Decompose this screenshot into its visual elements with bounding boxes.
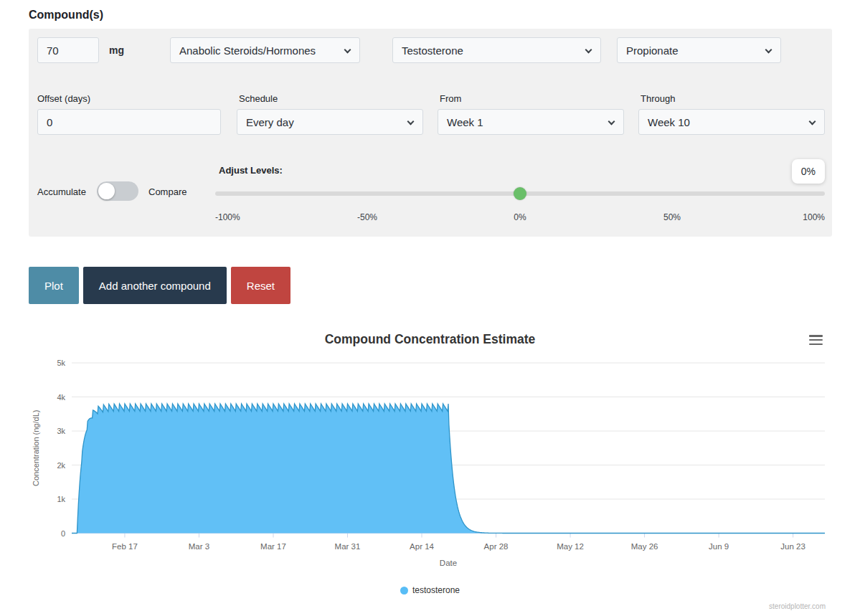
svg-text:2k: 2k [57, 461, 65, 470]
svg-text:Jun 23: Jun 23 [780, 542, 805, 551]
chevron-down-icon [585, 47, 592, 54]
reset-button[interactable]: Reset [231, 267, 290, 304]
accumulate-compare-toggle[interactable] [97, 181, 138, 201]
category-select-value: Anabolic Steroids/Hormones [179, 44, 316, 57]
svg-text:Apr 14: Apr 14 [410, 542, 434, 551]
slider-tick-labels: -100% -50% 0% 50% 100% [215, 212, 825, 224]
from-select-value: Week 1 [447, 116, 483, 128]
concentration-chart: 01k2k3k4k5kFeb 17Mar 3Mar 17Mar 31Apr 14… [29, 355, 832, 570]
chart-legend-item[interactable]: testosterone [0, 585, 860, 595]
steroid-plotter-page: Compound(s) mg Anabolic Steroids/Hormone… [0, 0, 860, 616]
ester-select-value: Propionate [626, 44, 679, 57]
add-compound-button[interactable]: Add another compound [83, 267, 227, 304]
plot-button[interactable]: Plot [29, 267, 79, 304]
svg-text:Apr 28: Apr 28 [484, 542, 509, 551]
legend-label: testosterone [412, 585, 460, 595]
slider-tick: -100% [215, 212, 240, 222]
compare-label: Compare [148, 186, 186, 197]
watermark: steroidplotter.com [769, 602, 826, 610]
toggle-knob [98, 183, 115, 199]
svg-text:Feb 17: Feb 17 [112, 542, 138, 551]
dose-input[interactable] [37, 37, 99, 63]
schedule-select[interactable]: Every day [237, 109, 423, 135]
slider-tick: -50% [357, 212, 377, 222]
through-select[interactable]: Week 10 [638, 109, 825, 135]
dose-unit-label: mg [109, 37, 124, 63]
chevron-down-icon [809, 118, 816, 125]
schedule-label: Schedule [239, 93, 278, 104]
svg-text:Mar 3: Mar 3 [189, 542, 209, 551]
svg-text:Mar 17: Mar 17 [260, 542, 286, 551]
ester-select[interactable]: Propionate [617, 37, 781, 63]
adjust-value-badge: 0% [792, 159, 825, 184]
chevron-down-icon [608, 118, 615, 125]
compound-select-value: Testosterone [402, 44, 463, 57]
from-select[interactable]: Week 1 [438, 109, 624, 135]
svg-text:Concentration (ng/dL): Concentration (ng/dL) [32, 410, 40, 486]
offset-label: Offset (days) [37, 93, 90, 104]
from-label: From [440, 93, 461, 104]
svg-text:1k: 1k [57, 495, 65, 503]
svg-text:Mar 31: Mar 31 [335, 542, 361, 551]
adjust-levels-label: Adjust Levels: [219, 165, 283, 176]
svg-text:3k: 3k [57, 427, 65, 435]
chart-title: Compound Concentration Estimate [0, 332, 860, 347]
svg-text:May 26: May 26 [631, 542, 658, 551]
chevron-down-icon [765, 47, 772, 54]
adjust-levels-slider[interactable] [215, 191, 825, 196]
slider-tick: 50% [663, 212, 681, 222]
slider-tick: 100% [803, 212, 825, 222]
svg-text:0: 0 [61, 529, 65, 538]
page-title: Compound(s) [29, 9, 103, 22]
svg-text:May 12: May 12 [557, 542, 584, 551]
through-select-value: Week 10 [648, 116, 690, 128]
offset-input[interactable] [37, 109, 221, 135]
schedule-select-value: Every day [246, 116, 294, 128]
category-select[interactable]: Anabolic Steroids/Hormones [170, 37, 360, 63]
svg-text:Jun 9: Jun 9 [709, 542, 729, 551]
action-buttons: Plot Add another compound Reset [29, 267, 290, 304]
compound-panel: mg Anabolic Steroids/Hormones Testostero… [29, 29, 832, 237]
accumulate-label: Accumulate [37, 186, 86, 197]
chevron-down-icon [344, 47, 351, 54]
svg-text:5k: 5k [57, 359, 65, 367]
slider-handle[interactable] [514, 187, 526, 200]
chevron-down-icon [407, 118, 415, 125]
svg-text:4k: 4k [57, 393, 65, 402]
svg-text:Date: Date [440, 559, 457, 567]
through-label: Through [641, 93, 675, 104]
legend-marker-icon [400, 587, 408, 594]
compound-select[interactable]: Testosterone [392, 37, 601, 63]
chart-menu-icon[interactable] [809, 335, 823, 345]
slider-tick: 0% [514, 212, 526, 222]
